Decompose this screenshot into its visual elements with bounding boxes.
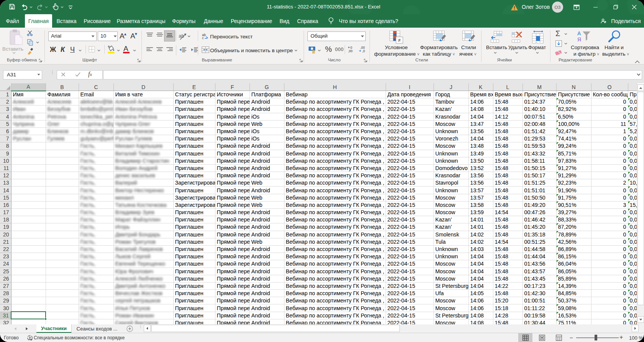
svg-text:,00: ,00: [348, 49, 353, 53]
svg-text:c: c: [202, 36, 204, 40]
svg-text:Я: Я: [577, 36, 581, 43]
svg-text:≠: ≠: [398, 37, 401, 43]
svg-text:А: А: [577, 30, 581, 36]
svg-text:,0: ,0: [362, 49, 365, 53]
